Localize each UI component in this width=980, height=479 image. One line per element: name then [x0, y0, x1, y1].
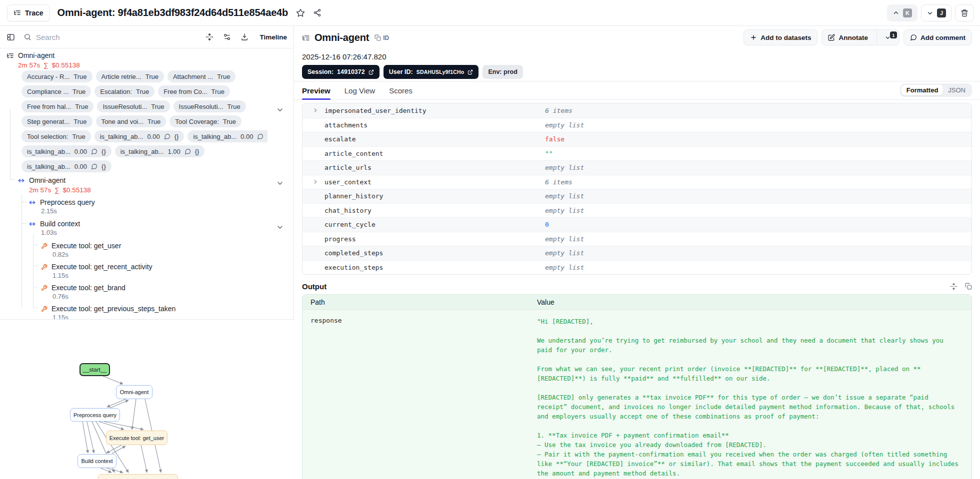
- score-badge[interactable]: Article retrie...True: [96, 70, 164, 82]
- row-value: empty list: [545, 192, 584, 200]
- span-label: Execute tool: get_recent_activity: [52, 263, 152, 271]
- trace-detail-panel: Omni-agent ID Add to datasets Annotate: [294, 26, 980, 479]
- divider: [876, 30, 877, 45]
- trace-chip[interactable]: Trace: [7, 4, 50, 21]
- tree-item-root[interactable]: Omni-agent: [6, 51, 54, 59]
- copy-output-icon[interactable]: [965, 283, 972, 290]
- score-badge[interactable]: Tool selection:True: [22, 130, 91, 142]
- settings-icon[interactable]: [223, 33, 231, 41]
- collapse-output-icon[interactable]: [950, 283, 958, 290]
- expand-chevron-icon[interactable]: [312, 179, 318, 185]
- add-to-datasets-button[interactable]: Add to datasets: [744, 29, 818, 45]
- star-icon[interactable]: [296, 8, 305, 17]
- tab-log-view[interactable]: Log View: [344, 81, 375, 99]
- graph-node-build-context[interactable]: Build context: [78, 454, 116, 468]
- score-badge[interactable]: Step generat...True: [22, 115, 92, 127]
- trace-chip-label: Trace: [25, 9, 44, 17]
- tree-guide: [33, 266, 38, 266]
- graph-node-partial[interactable]: [98, 474, 178, 479]
- search-input[interactable]: [36, 33, 146, 41]
- collapse-all-icon[interactable]: [206, 33, 214, 41]
- format-toggle-formatted[interactable]: Formatted: [902, 85, 944, 95]
- score-badge[interactable]: is_talking_ab...0.00{}: [94, 130, 184, 142]
- comment-icon: [164, 133, 170, 140]
- score-badge[interactable]: Escalation:True: [94, 85, 154, 97]
- table-row: article_content "": [302, 146, 972, 161]
- page-title: Omni-agent: [314, 32, 369, 43]
- span-label: Omni-agent: [18, 51, 54, 59]
- table-row: chat_history empty list: [302, 203, 972, 218]
- format-toggle: Formatted JSON: [900, 83, 972, 97]
- span-duration: 2.15s: [41, 207, 57, 215]
- format-toggle-json[interactable]: JSON: [943, 85, 970, 95]
- timeline-toggle[interactable]: Timeline: [260, 33, 287, 41]
- copy-id-button[interactable]: ID: [374, 34, 389, 41]
- tree-guide: [10, 109, 10, 180]
- comment-icon: [91, 163, 98, 170]
- tree-item-tool[interactable]: Execute tool: get_brand: [41, 284, 126, 292]
- tree-item-tool[interactable]: Execute tool: get_previous_steps_taken: [41, 305, 176, 313]
- score-badge[interactable]: is_talking_ab...0.00{}: [188, 130, 268, 142]
- graph-node-start[interactable]: __start__: [80, 363, 110, 376]
- download-icon[interactable]: [240, 33, 248, 41]
- score-badge[interactable]: is_talking_ab...1.00{}: [115, 145, 205, 157]
- tree-item-span[interactable]: Build context: [28, 220, 80, 228]
- top-bar: Trace Omni-agent: 9f4a81eb3df983f24d64d5…: [0, 0, 980, 26]
- user-id-badge[interactable]: User ID: SDAHUSLy9f1CHo: [384, 65, 479, 79]
- span-tree: Omni-agent 2m 57s ∑ $0.55138 Accuracy - …: [0, 48, 294, 320]
- annotate-dropdown[interactable]: 1: [880, 30, 899, 45]
- tree-item-tool[interactable]: Execute tool: get_user: [41, 242, 121, 250]
- span-duration: 1.15s: [52, 272, 68, 279]
- span-label: Omni-agent: [29, 176, 66, 184]
- share-icon[interactable]: [313, 8, 322, 17]
- tree-guide: [33, 287, 38, 287]
- score-badge[interactable]: is_talking_ab...0.00{}: [22, 160, 112, 172]
- collapse-chevron-icon[interactable]: [276, 179, 284, 187]
- graph-node-preprocess-query[interactable]: Preprocess query: [70, 408, 120, 422]
- graph-node-get-user[interactable]: Execute tool: get_user: [106, 431, 168, 445]
- previous-trace-button[interactable]: K: [887, 4, 918, 21]
- collapse-panel-icon[interactable]: [6, 33, 15, 41]
- tree-item-tool[interactable]: Execute tool: get_recent_activity: [41, 263, 152, 271]
- score-badge[interactable]: Compliance ...True: [22, 85, 91, 97]
- trace-icon: [14, 9, 21, 16]
- collapse-chevron-icon[interactable]: [276, 106, 284, 114]
- delete-trace-button[interactable]: [955, 4, 974, 21]
- comment-icon: [184, 148, 191, 155]
- output-table: Path Value response "Hi [REDACTED], We u…: [302, 294, 972, 479]
- session-badge[interactable]: Session: 14910372: [302, 65, 380, 79]
- comment-icon: [257, 133, 264, 140]
- trace-timestamp: 2025-12-16 07:26:47.820: [302, 52, 386, 61]
- span-label: Execute tool: get_previous_steps_taken: [52, 305, 176, 313]
- tree-item-agent[interactable]: Omni-agent: [18, 176, 66, 184]
- score-badge[interactable]: Tone and voi...True: [96, 115, 166, 127]
- collapse-chevron-icon[interactable]: [276, 223, 284, 231]
- score-badge[interactable]: Attachment ...True: [168, 70, 236, 82]
- score-badge[interactable]: Tool Coverage:True: [170, 115, 242, 127]
- score-badge[interactable]: Free from hal...True: [22, 100, 94, 112]
- tab-preview[interactable]: Preview: [302, 81, 330, 99]
- next-trace-button[interactable]: J: [921, 4, 952, 21]
- table-row: article_urls empty list: [302, 160, 972, 175]
- comment-icon: [91, 148, 98, 155]
- chevron-down-icon: [926, 9, 934, 16]
- span-icon: [28, 220, 36, 228]
- score-badge[interactable]: is_talking_ab...0.00{}: [22, 145, 112, 157]
- trace-tree-panel: Timeline Omni-agent 2m 57s: [0, 26, 294, 479]
- score-badge[interactable]: Accuracy - R...True: [22, 70, 92, 82]
- score-badge[interactable]: IssueResoluti...True: [174, 100, 246, 112]
- add-comment-button[interactable]: Add comment: [904, 29, 972, 45]
- expand-chevron-icon[interactable]: [312, 107, 318, 113]
- score-badge[interactable]: IssueResoluti...True: [97, 100, 170, 112]
- tab-scores[interactable]: Scores: [389, 81, 412, 99]
- graph-node-omni-agent[interactable]: Omni-agent: [116, 385, 152, 399]
- tree-item-span[interactable]: Preprocess query: [28, 198, 95, 206]
- table-row[interactable]: user_context 6 items: [302, 175, 972, 189]
- table-row[interactable]: impersonated_user_identity 6 items: [302, 103, 972, 118]
- table-row: response "Hi [REDACTED], We understand y…: [302, 310, 972, 479]
- annotate-button[interactable]: Annotate 1: [822, 29, 900, 45]
- row-value: 6 items: [545, 107, 572, 114]
- tab-bar: Preview Log View Scores Formatted JSON: [294, 81, 980, 100]
- row-value: false: [545, 135, 564, 143]
- score-badge[interactable]: Free from Co...True: [158, 85, 230, 97]
